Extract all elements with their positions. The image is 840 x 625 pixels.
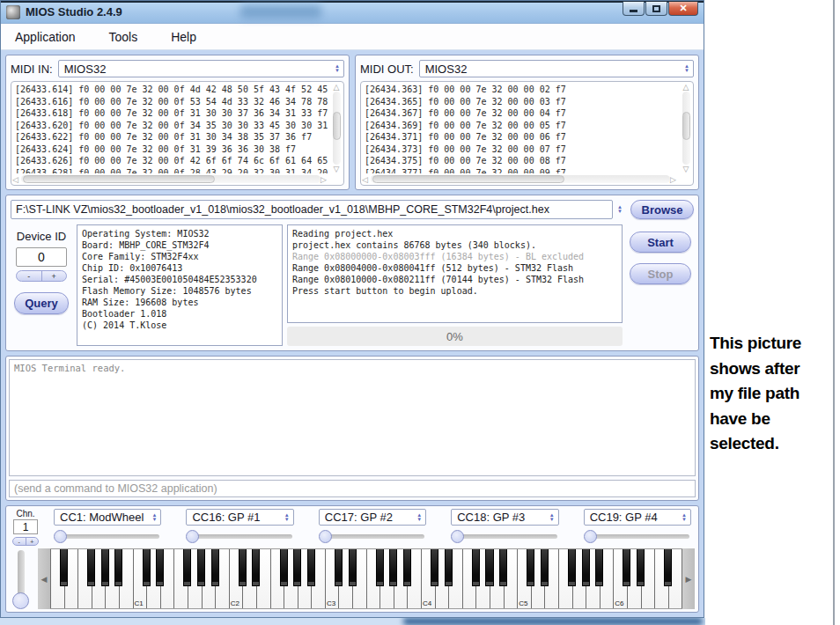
- white-key[interactable]: C1: [134, 549, 148, 608]
- minimize-button[interactable]: [623, 2, 645, 16]
- velocity-slider[interactable]: [10, 548, 33, 609]
- combo-spinner-icon[interactable]: ▲▼: [415, 513, 424, 522]
- scrollbar-thumb[interactable]: [23, 175, 215, 183]
- white-key[interactable]: [50, 549, 65, 608]
- terminal-command-input[interactable]: (send a command to MIOS32 application): [9, 480, 696, 497]
- channel-plus-button[interactable]: +: [26, 538, 39, 545]
- white-key[interactable]: C6: [614, 549, 628, 608]
- black-key[interactable]: [280, 549, 288, 586]
- midi-out-select[interactable]: MIOS32 ▲▼: [419, 60, 694, 77]
- scroll-up-icon[interactable]: △: [334, 83, 340, 92]
- start-button[interactable]: Start: [630, 232, 691, 253]
- black-key[interactable]: [349, 549, 357, 586]
- black-key[interactable]: [499, 549, 507, 586]
- white-key[interactable]: [78, 549, 92, 608]
- combo-spinner-icon[interactable]: ▲▼: [548, 513, 556, 522]
- white-key[interactable]: C2: [230, 549, 244, 608]
- white-key[interactable]: [463, 549, 477, 608]
- scroll-right-icon[interactable]: ▷: [321, 175, 329, 184]
- black-key[interactable]: [527, 549, 534, 586]
- octave-left-button[interactable]: ◀: [38, 548, 50, 609]
- menu-application[interactable]: Application: [15, 30, 76, 44]
- black-key[interactable]: [197, 549, 205, 586]
- cc-select-5[interactable]: CC19: GP #4▲▼: [584, 509, 691, 526]
- device-id-minus-button[interactable]: -: [17, 271, 42, 281]
- stop-button[interactable]: Stop: [630, 263, 691, 284]
- slider-thumb[interactable]: [584, 530, 597, 543]
- terminal-output[interactable]: MIOS Terminal ready.: [9, 359, 696, 476]
- vertical-scrollbar[interactable]: △ ▽: [330, 83, 343, 173]
- black-key[interactable]: [87, 549, 95, 586]
- vertical-scrollbar[interactable]: △ ▽: [680, 83, 692, 173]
- cc-select-1[interactable]: CC1: ModWheel▲▼: [54, 509, 161, 526]
- device-id-value[interactable]: 0: [16, 247, 67, 267]
- scroll-left-icon[interactable]: ◁: [362, 175, 371, 184]
- scrollbar-thumb[interactable]: [333, 112, 341, 140]
- cc-slider-5[interactable]: [584, 528, 691, 544]
- menu-tools[interactable]: Tools: [109, 30, 138, 44]
- black-key[interactable]: [472, 549, 480, 586]
- combo-spinner-icon[interactable]: ▲▼: [283, 513, 291, 522]
- hex-file-path-input[interactable]: F:\ST-LINK VZ\mios32_bootloader_v1_018\m…: [11, 200, 613, 219]
- device-id-plus-button[interactable]: +: [42, 271, 67, 281]
- horizontal-scrollbar[interactable]: ◁ ▷: [12, 173, 329, 185]
- black-key[interactable]: [541, 549, 549, 586]
- black-key[interactable]: [60, 549, 68, 586]
- white-key[interactable]: C3: [326, 549, 340, 608]
- scroll-left-icon[interactable]: ◁: [12, 175, 21, 184]
- black-key[interactable]: [211, 549, 219, 586]
- cc-slider-4[interactable]: [451, 528, 558, 544]
- white-key[interactable]: C5: [518, 549, 532, 608]
- horizontal-scrollbar[interactable]: ◁ ▷: [362, 173, 679, 185]
- combo-spinner-icon[interactable]: ▲▼: [150, 513, 158, 522]
- black-key[interactable]: [293, 549, 301, 586]
- close-button[interactable]: ✕: [668, 2, 698, 16]
- black-key[interactable]: [252, 549, 260, 586]
- black-key[interactable]: [114, 549, 122, 586]
- white-key[interactable]: [271, 549, 285, 608]
- black-key[interactable]: [239, 549, 247, 586]
- browse-button[interactable]: Browse: [630, 200, 694, 219]
- scroll-up-icon[interactable]: △: [683, 83, 689, 92]
- channel-minus-button[interactable]: -: [13, 538, 26, 545]
- white-key[interactable]: [559, 549, 573, 608]
- cc-slider-2[interactable]: [186, 528, 293, 544]
- scroll-right-icon[interactable]: ▷: [670, 175, 679, 184]
- combo-spinner-icon[interactable]: ▲▼: [333, 64, 342, 73]
- slider-thumb[interactable]: [451, 530, 464, 543]
- scroll-down-icon[interactable]: ▽: [334, 165, 340, 173]
- black-key[interactable]: [403, 549, 411, 586]
- black-key[interactable]: [143, 549, 151, 586]
- black-key[interactable]: [595, 549, 603, 586]
- midi-in-select[interactable]: MIOS32 ▲▼: [58, 60, 344, 77]
- combo-spinner-icon[interactable]: ▲▼: [680, 513, 689, 522]
- scrollbar-thumb[interactable]: [682, 112, 690, 140]
- black-key[interactable]: [445, 549, 453, 586]
- query-button[interactable]: Query: [14, 292, 69, 314]
- black-key[interactable]: [183, 549, 191, 586]
- midi-out-log-box[interactable]: [26434.363] f0 00 00 7e 32 00 00 02 f7[2…: [360, 81, 694, 186]
- black-key[interactable]: [335, 549, 343, 586]
- black-key[interactable]: [101, 549, 109, 586]
- black-key[interactable]: [156, 549, 164, 586]
- title-bar[interactable]: MIOS Studio 2.4.9 ✕: [1, 1, 704, 24]
- cc-slider-3[interactable]: [319, 528, 426, 544]
- maximize-button[interactable]: [645, 2, 667, 16]
- menu-help[interactable]: Help: [171, 30, 196, 44]
- white-key[interactable]: C4: [422, 549, 436, 608]
- white-key[interactable]: [367, 549, 381, 608]
- cc-slider-1[interactable]: [54, 528, 161, 544]
- black-key[interactable]: [376, 549, 384, 586]
- scrollbar-thumb[interactable]: [372, 175, 564, 183]
- slider-thumb[interactable]: [186, 530, 199, 543]
- file-spinner-icon[interactable]: ▲▼: [613, 200, 627, 219]
- scroll-down-icon[interactable]: ▽: [683, 165, 689, 173]
- slider-thumb[interactable]: [319, 530, 332, 543]
- channel-value[interactable]: 1: [13, 519, 38, 534]
- black-key[interactable]: [568, 549, 576, 586]
- black-key[interactable]: [637, 549, 645, 586]
- midi-in-log-box[interactable]: [26433.614] f0 00 00 7e 32 00 0f 4d 42 4…: [11, 81, 344, 186]
- cc-select-3[interactable]: CC17: GP #2▲▼: [319, 509, 426, 526]
- cc-select-2[interactable]: CC16: GP #1▲▼: [186, 509, 293, 526]
- cc-select-4[interactable]: CC18: GP #3▲▼: [451, 509, 558, 526]
